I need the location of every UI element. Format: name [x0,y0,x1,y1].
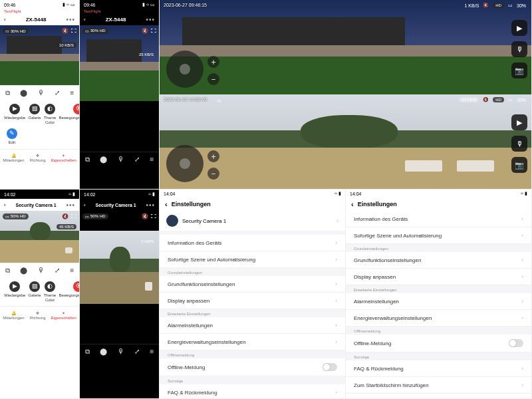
back-icon[interactable]: ‹ [165,200,168,208]
tab-direction[interactable]: ✥Richtung [30,311,46,320]
zoom-out-button[interactable]: － [207,168,219,180]
mic-icon[interactable]: 🎙 [118,156,124,163]
screenshot-icon[interactable]: ⧉ [5,89,10,97]
row-scene-automation[interactable]: Sofortige Szene und Automatisierung› [346,227,531,244]
tile-playback[interactable]: ▶Wiedergabe [4,104,25,124]
snapshot-button[interactable]: 📷 [511,63,527,78]
mic-button[interactable]: 🎙 [511,41,527,57]
features-icon: ✦ [62,153,65,158]
more-icon[interactable]: ••• [66,16,75,23]
mute-icon[interactable]: 🔇 [62,28,68,34]
mute-icon[interactable]: 🔇 [142,213,148,219]
tile-playback[interactable]: ▶Wiedergabe [4,281,25,302]
mic-icon[interactable]: 🎙 [38,267,45,274]
mic-icon[interactable]: 🎙 [38,89,45,96]
mute-icon[interactable]: 🔇 [62,213,68,219]
expand-icon[interactable]: ⤢ [55,267,60,274]
record-icon[interactable]: ⬤ [100,156,107,163]
fullscreen-icon[interactable]: ⛶ [71,213,76,219]
row-faq[interactable]: FAQ & Rückmeldung› [160,384,345,399]
back-icon[interactable]: ‹ [4,17,6,23]
playback-button[interactable]: ▶ [511,20,527,36]
collapse-icon[interactable]: ‹‹ [217,97,221,104]
live-view[interactable]: ▭30%HD 10 KB/S 🔇⛶ [0,25,79,85]
row-alarm[interactable]: Alarmeinstellungen› [160,317,345,334]
landscape-day[interactable]: 2023-06-22 14:02:40 ‹‹ 92 KB/S 🔇 HD ▭30%… [160,94,531,189]
row-alarm[interactable]: Alarmeinstellungen› [346,293,531,310]
tab-direction[interactable]: ✥Richtung [30,153,46,162]
expand-icon[interactable]: ⤢ [134,156,140,163]
tab-features[interactable]: ✦Eigenschaften [51,311,76,320]
tile-motion[interactable]: ⦿Bewegungserkennung [59,104,80,124]
menu-icon[interactable]: ≡ [70,89,74,96]
record-icon[interactable]: ⬤ [100,348,107,355]
fullscreen-icon[interactable]: ⛶ [151,28,156,34]
toggle-offline[interactable] [323,363,337,371]
menu-icon[interactable]: ≡ [150,348,154,355]
row-offline-toggle[interactable]: Offline-Meldung [346,334,531,352]
tile-motion[interactable]: ⦿Bewegungserkennung [59,281,80,302]
row-display[interactable]: Display anpassen› [346,269,531,285]
battery-icon: ▮ [152,192,155,197]
expand-icon[interactable]: ⤢ [55,89,60,96]
record-icon[interactable]: ⬤ [20,89,27,96]
row-device-info[interactable]: Information des Geräts› [160,235,345,251]
live-view[interactable]: ▭50%HD 45 KB/S 🔇⛶ [0,211,79,263]
back-icon[interactable]: ‹ [84,17,86,23]
title-bar: ‹ Security Camera 1 ••• [0,199,79,211]
fullscreen-icon[interactable]: ⛶ [151,213,156,219]
row-offline-toggle[interactable]: Offline-Meldung [160,358,345,376]
mute-icon[interactable]: 🔇 [483,3,489,8]
fullscreen-icon[interactable]: ⛶ [71,28,76,34]
back-icon[interactable]: ‹ [4,202,6,208]
more-icon[interactable]: ••• [66,201,75,209]
row-display[interactable]: Display anpassen› [160,293,345,309]
tile-gallery[interactable]: ▧Galerie [28,104,41,124]
live-view[interactable]: ▭50%HD 0 KB/S 🔇⛶ [80,211,159,344]
record-icon[interactable]: ⬤ [20,267,27,274]
quality-badge[interactable]: HD [493,3,504,8]
tile-gallery[interactable]: ▧Galerie [28,281,41,302]
toggle-offline[interactable] [509,339,523,347]
row-power[interactable]: Energieverwaltungseinstellungen› [346,310,531,327]
more-icon[interactable]: ••• [146,201,155,209]
tab-notifications[interactable]: 🔔Mitteilungen [3,153,24,162]
live-view[interactable]: ▭30%HD 25 KB/S 🔇⛶ [80,25,159,152]
camera-row[interactable]: Security Camera 1 › [160,211,345,231]
ptz-joystick[interactable] [166,145,203,182]
row-homescreen[interactable]: Zum Startbildschirm hinzufügen› [346,377,531,394]
row-firmware[interactable]: Firmware-UpdateAktuellste Version ist in… [346,394,531,399]
row-basic-functions[interactable]: Grundfunktionseinstellungen› [160,276,345,293]
menu-icon[interactable]: ≡ [70,267,74,274]
tab-features[interactable]: ✦Eigenschaften [51,153,76,162]
row-basic-functions[interactable]: Grundfunktionseinstellungen› [346,252,531,269]
quality-badge[interactable]: HD [493,97,504,102]
tab-notifications[interactable]: 🔔Mitteilungen [3,311,24,320]
back-icon[interactable]: ‹ [84,202,86,208]
screenshot-icon[interactable]: ⧉ [85,156,90,164]
landscape-night[interactable]: 2023-06-27 09:46:15 1 KB/S 🔇 HD ▭30% ＋ －… [160,0,531,94]
mic-icon[interactable]: 🎙 [118,348,124,355]
row-faq[interactable]: FAQ & Rückmeldung› [346,360,531,377]
zoom-in-button[interactable]: ＋ [207,150,219,162]
tile-edit[interactable]: ✎Edit [4,128,20,145]
tile-theme[interactable]: ◐Theme Color [44,104,57,124]
mute-icon[interactable]: 🔇 [483,97,489,102]
zoom-in-button[interactable]: ＋ [207,56,219,68]
row-power[interactable]: Energieverwaltungseinstellungen› [160,334,345,350]
mic-button[interactable]: 🎙 [511,136,527,152]
snapshot-button[interactable]: 📷 [511,157,527,173]
ptz-joystick[interactable] [166,51,203,88]
playback-button[interactable]: ▶ [511,114,527,130]
row-scene-automation[interactable]: Sofortige Szene und Automatisierung› [160,251,345,268]
more-icon[interactable]: ••• [146,16,155,23]
zoom-out-button[interactable]: － [207,73,219,85]
tile-theme[interactable]: ◐Theme Color [44,281,57,302]
menu-icon[interactable]: ≡ [150,156,154,163]
screenshot-icon[interactable]: ⧉ [85,348,90,356]
mute-icon[interactable]: 🔇 [142,28,148,34]
back-icon[interactable]: ‹ [351,200,354,208]
expand-icon[interactable]: ⤢ [134,348,140,355]
row-device-info[interactable]: Information des Geräts› [346,211,531,227]
screenshot-icon[interactable]: ⧉ [5,267,10,275]
